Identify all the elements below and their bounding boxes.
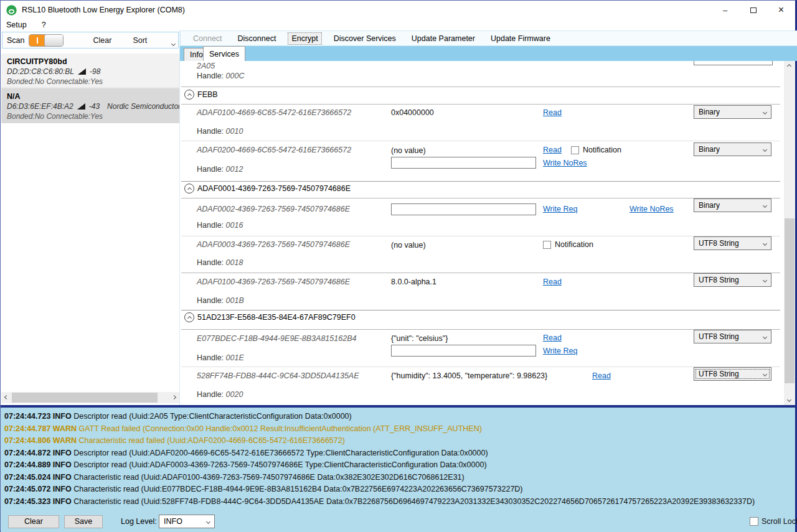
characteristic-uuid: ADAF0200-4669-6C65-5472-616E73666572 [197,146,351,154]
format-select[interactable]: UTF8 String [694,330,771,343]
read-link[interactable]: Read [592,371,611,380]
device-list-horizontal-scrollbar[interactable] [1,392,179,403]
scroll-left-arrow[interactable] [1,392,12,403]
collapse-section-button[interactable] [184,90,194,100]
device-manufacturer: Nordic Semiconductor A [107,101,179,111]
log-entry: 07:24:44.889 INFO Descriptor read (Uuid:… [4,459,795,472]
scroll-down-arrow[interactable] [784,394,795,405]
write-nores-link[interactable]: Write NoRes [543,159,587,167]
scroll-right-arrow[interactable] [169,392,179,403]
divider [181,198,780,198]
notification-checkbox[interactable] [543,241,551,249]
window-title: RSL10 Bluetooth Low Energy Explorer (COM… [22,6,185,14]
scan-label: Scan [7,36,25,45]
write-req-link[interactable]: Write Req [543,205,577,213]
format-select[interactable]: Binary [694,198,771,212]
read-link[interactable]: Read [543,278,562,286]
format-select[interactable]: UTF8 String [694,273,771,287]
characteristic-handle: Handle: 0018 [197,258,243,267]
characteristic-uuid: 2A05 [197,62,215,70]
characteristic-uuid: ADAF0002-4369-7263-7569-74507974686E [197,205,350,213]
connection-toolbar: Connect Disconnect Encrypt Discover Serv… [180,30,797,46]
write-value-input[interactable] [391,203,536,215]
services-vertical-scrollbar[interactable] [784,61,795,405]
maximize-button[interactable] [739,1,767,19]
minimize-icon: – [723,6,727,15]
divider [181,329,780,330]
encrypt-button[interactable]: Encrypt [288,33,321,44]
disconnect-button[interactable]: Disconnect [235,33,280,44]
signal-strength-icon [77,103,85,110]
scan-toggle[interactable] [29,34,64,47]
format-select-focused[interactable]: UTF8 String [694,367,771,381]
save-log-button[interactable]: Save [64,515,103,528]
scan-toggle-on-segment [29,35,45,46]
device-address: D6:D3:6E:EF:4B:A2 [7,101,73,111]
write-value-input[interactable] [391,157,536,169]
chevron-down-icon [206,520,210,524]
characteristic-handle: Handle: 0016 [197,221,243,230]
divider [181,366,780,367]
log-level-select[interactable]: INFO [159,515,215,528]
characteristic-handle: Handle: 0012 [197,165,243,174]
chevron-down-icon[interactable] [171,42,176,46]
write-req-link[interactable]: Write Req [543,347,577,355]
connect-button[interactable]: Connect [190,33,225,44]
characteristic-handle: Handle: 001E [197,353,244,362]
format-select[interactable]: Binary [694,142,771,156]
chevron-down-icon [763,147,767,152]
characteristic-uuid: ADAF0003-4369-7263-7569-74507974686E [197,240,350,249]
format-select[interactable]: Binary [694,105,771,119]
menu-setup[interactable]: Setup [6,21,27,29]
device-list-item-selected[interactable]: N/A D6:D3:6E:EF:4B:A2 -43 Nordic Semicon… [1,88,179,123]
notification-label: Notification [555,240,593,249]
device-bond-info: Bonded:No Connectable:Yes [7,111,179,121]
log-footer: Clear Save Log Level: INFO Scroll Lock [1,511,795,532]
log-entry-warning: 07:24:44.806 WARN Characteristic read fa… [4,435,795,447]
characteristic-handle: Handle: 000C [197,72,244,80]
collapse-section-button[interactable] [184,184,194,194]
collapse-section-button[interactable] [184,312,194,322]
characteristic-value: (no value) [391,241,426,250]
read-link[interactable]: Read [543,108,562,117]
maximize-icon [750,7,757,13]
characteristic-handle: Handle: 0010 [197,127,243,136]
device-list-item[interactable]: CIRCUITPY80bd DD:2D:C8:C6:80:BL -98 Bond… [1,54,179,88]
scrollbar-thumb[interactable] [785,218,795,383]
write-nores-link[interactable]: Write NoRes [630,205,674,213]
app-window: RSL10 Bluetooth Low Energy Explorer (COM… [0,0,797,532]
divider [181,86,780,87]
scroll-lock-checkbox[interactable] [750,517,758,526]
title-bar: RSL10 Bluetooth Low Energy Explorer (COM… [1,1,795,19]
notification-label: Notification [583,146,621,154]
discover-services-button[interactable]: Discover Services [331,33,399,44]
read-link[interactable]: Read [543,146,562,154]
sort-devices-button[interactable]: Sort [133,36,147,45]
chevron-down-icon [763,241,767,246]
app-logo-icon [6,5,17,16]
device-list: CIRCUITPY80bd DD:2D:C8:C6:80:BL -98 Bond… [1,54,179,123]
update-firmware-button[interactable]: Update Firmware [488,33,554,44]
format-select[interactable]: UTF8 String [694,236,771,250]
log-entry: 07:24:45.024 INFO Characteristic read (U… [4,472,795,484]
log-panel: 07:24:44.723 INFO Descriptor read (Uuid:… [1,408,795,511]
minimize-button[interactable]: – [711,1,739,19]
scrollbar-thumb[interactable] [12,393,158,403]
scan-toggle-thumb[interactable] [44,35,63,46]
divider [181,273,780,273]
close-button[interactable]: × [767,1,795,19]
characteristic-uuid: ADAF0100-4369-7263-7569-74507974686E [197,278,350,286]
tab-services[interactable]: Services [203,46,245,61]
close-icon: × [778,4,784,16]
notification-checkbox[interactable] [571,146,579,154]
menu-help[interactable]: ? [42,21,46,29]
update-parameter-button[interactable]: Update Parameter [408,33,478,44]
scroll-up-arrow[interactable] [784,61,795,72]
write-value-input[interactable] [391,345,536,357]
value-input-partial[interactable] [694,61,773,65]
characteristic-value: {"unit": "celsius"} [391,334,448,343]
clear-log-button[interactable]: Clear [8,515,59,528]
clear-devices-button[interactable]: Clear [93,36,112,45]
characteristic-value: 0x04000000 [391,108,434,117]
read-link[interactable]: Read [543,334,562,342]
